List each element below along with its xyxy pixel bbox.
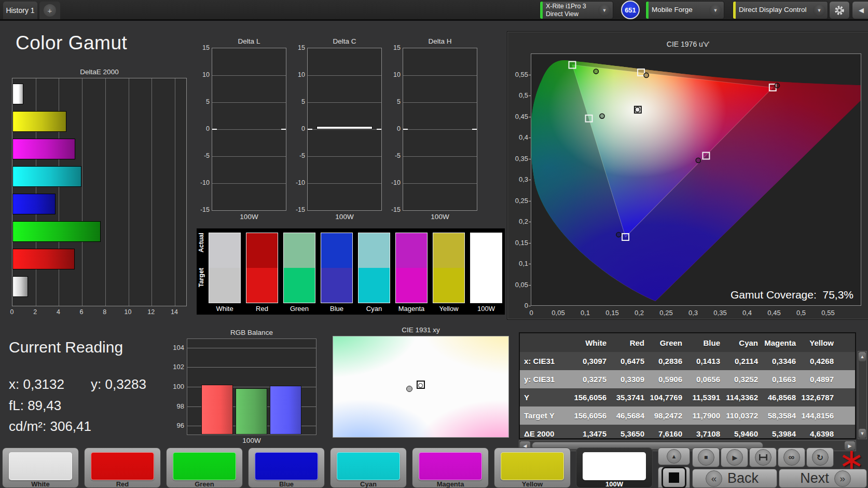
swatch-100w — [470, 233, 502, 303]
delta-chart-h: Delta H151050-5-10-15100W — [403, 37, 477, 231]
cie-x-tick-label: 0,3 — [682, 309, 705, 317]
swatch-actual — [321, 233, 352, 268]
settings-button[interactable] — [829, 1, 850, 19]
row-label-actual: Actual — [198, 233, 207, 268]
gridline — [212, 129, 286, 130]
scroll-down-icon[interactable]: ▼ — [859, 429, 866, 438]
gridline — [212, 75, 286, 76]
source-dropdown[interactable]: Mobile Forge ▼ — [645, 1, 724, 19]
table-cell: 0,4897 — [796, 375, 834, 384]
deltae-bar-cyan — [12, 166, 81, 187]
scroll-up-icon[interactable]: ▲ — [859, 352, 866, 361]
swatch-blue — [321, 233, 353, 303]
y-tick-label: 15 — [385, 44, 401, 51]
meter-dropdown-label: X-Rite i1Pro 3Direct View — [543, 3, 598, 18]
continuous-button[interactable]: ∞ — [778, 448, 805, 467]
swatch-yellow — [433, 233, 465, 303]
row-label: y: CIE31 — [520, 375, 569, 384]
cie-y-tick — [529, 222, 531, 222]
delta-chart-title: Delta L — [212, 37, 286, 45]
table-cell: 98,2472 — [644, 411, 682, 420]
zero-mark — [377, 129, 381, 130]
table-cell: 30 — [834, 411, 856, 420]
column-header-white: White — [569, 338, 607, 347]
y-tick-label: 0 — [290, 125, 305, 132]
rgb-bar-green — [236, 388, 267, 435]
zero-mark — [212, 129, 217, 130]
table-cell: 0,1413 — [682, 357, 720, 365]
table-row: Y156,605635,3741104,776911,5391114,33624… — [520, 388, 855, 406]
pattern-label: Cyan — [330, 480, 406, 488]
add-tab-button[interactable]: + — [39, 2, 60, 19]
loop-button[interactable]: ↻ — [806, 448, 834, 467]
delta-chart-title: Delta H — [403, 37, 477, 45]
pattern-swatch — [419, 452, 482, 480]
table-cell: 0,3 — [834, 375, 856, 384]
swatch-target — [246, 268, 278, 303]
back-button[interactable]: « Back — [692, 469, 777, 488]
gridline — [403, 183, 477, 184]
swatch-actual — [246, 233, 278, 268]
pattern-100w[interactable]: 100W — [576, 448, 653, 488]
gridline — [212, 156, 286, 157]
top-bar: History 1 + X-Rite i1Pro 3Direct View ▼ … — [0, 0, 868, 21]
x-tick-label: 12 — [143, 308, 159, 316]
deltae-bar-green — [12, 221, 101, 242]
pattern-up-button[interactable]: ▲ — [658, 448, 690, 465]
deltae-chart-title: DeltaE 2000 — [12, 68, 187, 76]
table-row: Target Y156,605646,568498,247211,7900110… — [520, 406, 855, 425]
collapse-panel-button[interactable]: ◀ — [852, 1, 868, 19]
y-tick-label: 100 — [168, 383, 184, 390]
tab-history-1[interactable]: History 1 — [3, 2, 37, 19]
pattern-green[interactable]: Green — [166, 448, 243, 488]
rgb-bar-blue — [270, 386, 301, 435]
reading-cdm2: cd/m²: 306,41 — [9, 418, 91, 435]
table-cell: 0,3309 — [607, 375, 644, 384]
swatch-label: Magenta — [393, 305, 430, 313]
y-tick-label: 102 — [168, 363, 184, 371]
chevron-down-icon: ▼ — [817, 8, 822, 13]
rgb-balance-title: RGB Balance — [187, 329, 316, 336]
cie-measured-cyan — [600, 114, 604, 118]
gridline — [175, 78, 175, 306]
pattern-swatch — [91, 452, 154, 480]
table-cell: 0,3 — [834, 357, 856, 365]
play-button[interactable]: ▶ — [721, 448, 748, 467]
swatch-target — [321, 268, 352, 303]
cie1931-measured-marker — [406, 386, 412, 392]
cie-y-tick — [529, 243, 531, 243]
display-control-dropdown[interactable]: Direct Display Control ▼ — [733, 1, 828, 19]
swatch-actual — [284, 233, 315, 268]
pattern-label: Red — [85, 480, 160, 488]
swatch-target — [359, 268, 390, 303]
cie-y-tick-label: 0 — [508, 302, 528, 309]
pattern-white[interactable]: White — [2, 448, 79, 488]
pattern-cyan[interactable]: Cyan — [330, 448, 407, 488]
back-label: Back — [727, 470, 759, 486]
gridline — [151, 78, 152, 306]
pattern-magenta[interactable]: Magenta — [412, 448, 489, 488]
pattern-window-toggle[interactable] — [658, 467, 690, 488]
pattern-yellow[interactable]: Yellow — [494, 448, 571, 488]
pattern-red[interactable]: Red — [84, 448, 161, 488]
meter-dropdown[interactable]: X-Rite i1Pro 3Direct View ▼ — [540, 1, 613, 19]
meter-count-badge: 651 — [621, 1, 640, 19]
gridline — [308, 75, 381, 76]
swatch-strip: ActualTargetWhiteRedGreenBlueCyanMagenta… — [197, 228, 505, 315]
deltae-bar-white — [12, 276, 28, 297]
next-button[interactable]: Next » — [779, 469, 867, 488]
table-cell: 0,5906 — [644, 375, 682, 384]
gridline — [403, 75, 477, 76]
deltae-bar-red — [12, 249, 75, 269]
delta-chart-x-label: 100W — [307, 213, 382, 221]
cie-y-tick — [529, 117, 531, 117]
cie-y-tick-label: 0,1 — [508, 260, 528, 267]
stop-button[interactable]: ■ — [692, 448, 720, 467]
swatch-label: 100W — [467, 305, 505, 313]
step-button[interactable] — [749, 448, 777, 467]
loop-icon: ↻ — [817, 453, 823, 463]
pattern-blue[interactable]: Blue — [248, 448, 325, 488]
gridline — [105, 78, 106, 306]
table-v-scrollbar[interactable]: ▲ ▼ — [858, 351, 867, 439]
table-row: ΔE 20001,34755,36507,61603,71085,94605,3… — [520, 425, 855, 439]
